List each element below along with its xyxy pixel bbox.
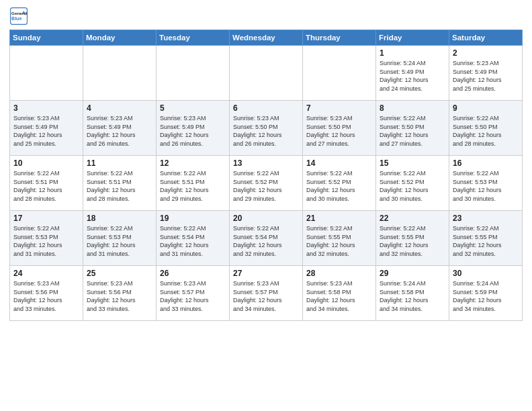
calendar-cell: 23Sunrise: 5:22 AM Sunset: 5:55 PM Dayli…	[449, 211, 523, 266]
calendar-cell: 30Sunrise: 5:24 AM Sunset: 5:59 PM Dayli…	[449, 266, 523, 321]
calendar-cell: 1Sunrise: 5:24 AM Sunset: 5:49 PM Daylig…	[376, 46, 449, 101]
header: General Blue	[9, 7, 523, 26]
calendar-cell: 28Sunrise: 5:23 AM Sunset: 5:58 PM Dayli…	[303, 266, 376, 321]
calendar-cell: 11Sunrise: 5:22 AM Sunset: 5:51 PM Dayli…	[83, 156, 157, 211]
day-number: 30	[453, 269, 519, 278]
day-number: 14	[306, 158, 372, 168]
day-number: 29	[380, 269, 445, 278]
calendar-cell: 8Sunrise: 5:22 AM Sunset: 5:50 PM Daylig…	[376, 101, 449, 156]
day-info: Sunrise: 5:24 AM Sunset: 5:58 PM Dayligh…	[380, 279, 445, 313]
day-number: 20	[233, 214, 299, 223]
day-number: 5	[160, 103, 226, 113]
day-info: Sunrise: 5:22 AM Sunset: 5:52 PM Dayligh…	[380, 169, 445, 203]
day-number: 11	[87, 158, 152, 168]
day-number: 1	[380, 48, 445, 58]
weekday-header-monday: Monday	[83, 30, 157, 46]
calendar-cell: 18Sunrise: 5:22 AM Sunset: 5:53 PM Dayli…	[83, 211, 157, 266]
calendar-page: General Blue SundayMondayTuesdayWednesda…	[0, 0, 532, 411]
day-number: 26	[160, 269, 226, 278]
calendar-cell: 12Sunrise: 5:22 AM Sunset: 5:51 PM Dayli…	[157, 156, 230, 211]
day-info: Sunrise: 5:22 AM Sunset: 5:51 PM Dayligh…	[160, 169, 226, 203]
day-info: Sunrise: 5:22 AM Sunset: 5:52 PM Dayligh…	[306, 169, 372, 203]
weekday-header-friday: Friday	[376, 30, 449, 46]
calendar-cell: 29Sunrise: 5:24 AM Sunset: 5:58 PM Dayli…	[376, 266, 449, 321]
calendar-cell: 19Sunrise: 5:22 AM Sunset: 5:54 PM Dayli…	[157, 211, 230, 266]
calendar-cell: 20Sunrise: 5:22 AM Sunset: 5:54 PM Dayli…	[230, 211, 303, 266]
calendar-cell: 26Sunrise: 5:23 AM Sunset: 5:57 PM Dayli…	[157, 266, 230, 321]
day-info: Sunrise: 5:23 AM Sunset: 5:57 PM Dayligh…	[233, 279, 299, 313]
day-number: 25	[87, 269, 152, 278]
weekday-header-sunday: Sunday	[10, 30, 83, 46]
calendar-table: SundayMondayTuesdayWednesdayThursdayFrid…	[9, 30, 523, 321]
calendar-cell: 6Sunrise: 5:23 AM Sunset: 5:50 PM Daylig…	[230, 101, 303, 156]
day-info: Sunrise: 5:23 AM Sunset: 5:56 PM Dayligh…	[87, 279, 152, 313]
calendar-cell: 16Sunrise: 5:22 AM Sunset: 5:53 PM Dayli…	[449, 156, 523, 211]
day-info: Sunrise: 5:22 AM Sunset: 5:54 PM Dayligh…	[160, 224, 226, 258]
calendar-cell: 14Sunrise: 5:22 AM Sunset: 5:52 PM Dayli…	[303, 156, 376, 211]
day-info: Sunrise: 5:22 AM Sunset: 5:55 PM Dayligh…	[306, 224, 372, 258]
day-info: Sunrise: 5:24 AM Sunset: 5:49 PM Dayligh…	[380, 59, 445, 93]
calendar-cell: 22Sunrise: 5:22 AM Sunset: 5:55 PM Dayli…	[376, 211, 449, 266]
week-row-3: 10Sunrise: 5:22 AM Sunset: 5:51 PM Dayli…	[10, 156, 523, 211]
calendar-cell: 24Sunrise: 5:23 AM Sunset: 5:56 PM Dayli…	[10, 266, 83, 321]
calendar-cell: 5Sunrise: 5:23 AM Sunset: 5:49 PM Daylig…	[157, 101, 230, 156]
day-number: 12	[160, 158, 226, 168]
day-number: 16	[453, 158, 519, 168]
calendar-cell	[10, 46, 83, 101]
calendar-cell: 15Sunrise: 5:22 AM Sunset: 5:52 PM Dayli…	[376, 156, 449, 211]
day-info: Sunrise: 5:22 AM Sunset: 5:54 PM Dayligh…	[233, 224, 299, 258]
calendar-cell	[303, 46, 376, 101]
day-info: Sunrise: 5:23 AM Sunset: 5:50 PM Dayligh…	[233, 114, 299, 148]
svg-text:Blue: Blue	[11, 16, 21, 21]
day-info: Sunrise: 5:22 AM Sunset: 5:50 PM Dayligh…	[453, 114, 519, 148]
day-number: 21	[306, 214, 372, 223]
day-info: Sunrise: 5:22 AM Sunset: 5:55 PM Dayligh…	[453, 224, 519, 258]
day-info: Sunrise: 5:23 AM Sunset: 5:49 PM Dayligh…	[453, 59, 519, 93]
week-row-4: 17Sunrise: 5:22 AM Sunset: 5:53 PM Dayli…	[10, 211, 523, 266]
day-info: Sunrise: 5:22 AM Sunset: 5:51 PM Dayligh…	[87, 169, 152, 203]
day-info: Sunrise: 5:22 AM Sunset: 5:53 PM Dayligh…	[87, 224, 152, 258]
calendar-cell: 3Sunrise: 5:23 AM Sunset: 5:49 PM Daylig…	[10, 101, 83, 156]
week-row-2: 3Sunrise: 5:23 AM Sunset: 5:49 PM Daylig…	[10, 101, 523, 156]
logo-icon: General Blue	[9, 7, 28, 26]
day-number: 23	[453, 214, 519, 223]
day-info: Sunrise: 5:23 AM Sunset: 5:57 PM Dayligh…	[160, 279, 226, 313]
day-info: Sunrise: 5:22 AM Sunset: 5:55 PM Dayligh…	[380, 224, 445, 258]
day-info: Sunrise: 5:22 AM Sunset: 5:53 PM Dayligh…	[13, 224, 79, 258]
calendar-cell: 4Sunrise: 5:23 AM Sunset: 5:49 PM Daylig…	[83, 101, 157, 156]
day-number: 22	[380, 214, 445, 223]
calendar-cell: 2Sunrise: 5:23 AM Sunset: 5:49 PM Daylig…	[449, 46, 523, 101]
day-info: Sunrise: 5:24 AM Sunset: 5:59 PM Dayligh…	[453, 279, 519, 313]
day-number: 4	[87, 103, 152, 113]
day-number: 10	[13, 158, 79, 168]
day-number: 18	[87, 214, 152, 223]
weekday-header-saturday: Saturday	[449, 30, 523, 46]
day-info: Sunrise: 5:23 AM Sunset: 5:56 PM Dayligh…	[13, 279, 79, 313]
calendar-cell: 10Sunrise: 5:22 AM Sunset: 5:51 PM Dayli…	[10, 156, 83, 211]
day-number: 15	[380, 158, 445, 168]
day-number: 13	[233, 158, 299, 168]
week-row-1: 1Sunrise: 5:24 AM Sunset: 5:49 PM Daylig…	[10, 46, 523, 101]
calendar-cell: 13Sunrise: 5:22 AM Sunset: 5:52 PM Dayli…	[230, 156, 303, 211]
day-number: 3	[13, 103, 79, 113]
day-info: Sunrise: 5:23 AM Sunset: 5:49 PM Dayligh…	[13, 114, 79, 148]
calendar-cell	[157, 46, 230, 101]
day-info: Sunrise: 5:22 AM Sunset: 5:53 PM Dayligh…	[453, 169, 519, 203]
day-info: Sunrise: 5:22 AM Sunset: 5:52 PM Dayligh…	[233, 169, 299, 203]
day-info: Sunrise: 5:22 AM Sunset: 5:50 PM Dayligh…	[380, 114, 445, 148]
day-number: 7	[306, 103, 372, 113]
calendar-cell: 7Sunrise: 5:23 AM Sunset: 5:50 PM Daylig…	[303, 101, 376, 156]
calendar-cell	[83, 46, 157, 101]
weekday-header-wednesday: Wednesday	[230, 30, 303, 46]
calendar-cell: 21Sunrise: 5:22 AM Sunset: 5:55 PM Dayli…	[303, 211, 376, 266]
day-number: 8	[380, 103, 445, 113]
weekday-header-tuesday: Tuesday	[157, 30, 230, 46]
calendar-cell: 9Sunrise: 5:22 AM Sunset: 5:50 PM Daylig…	[449, 101, 523, 156]
day-number: 9	[453, 103, 519, 113]
day-info: Sunrise: 5:22 AM Sunset: 5:51 PM Dayligh…	[13, 169, 79, 203]
day-info: Sunrise: 5:23 AM Sunset: 5:49 PM Dayligh…	[87, 114, 152, 148]
day-number: 2	[453, 48, 519, 58]
day-info: Sunrise: 5:23 AM Sunset: 5:50 PM Dayligh…	[306, 114, 372, 148]
day-number: 28	[306, 269, 372, 278]
day-number: 27	[233, 269, 299, 278]
